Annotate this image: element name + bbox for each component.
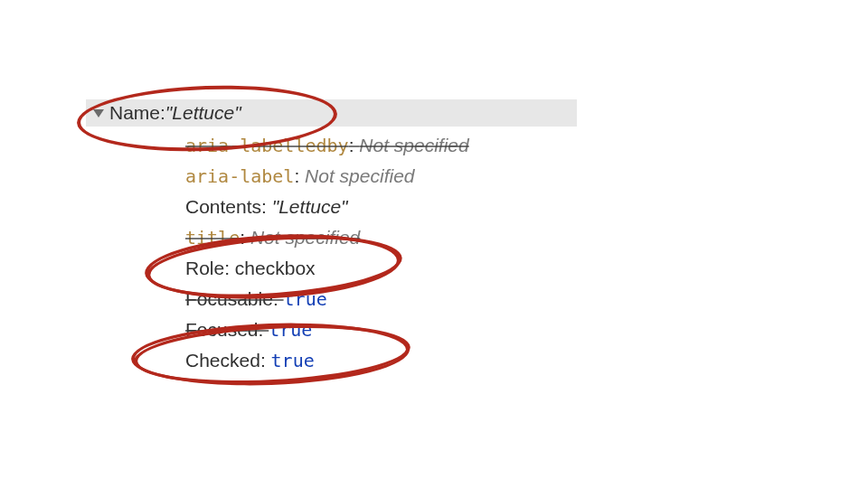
role-value: checkbox xyxy=(235,258,316,278)
aria-label-key: aria-label xyxy=(185,165,294,187)
focused-row: Focused: true xyxy=(185,314,665,345)
role-row: Role: checkbox xyxy=(185,253,665,284)
title-value: Not specified xyxy=(250,227,360,248)
checked-value: true xyxy=(271,350,315,371)
aria-labelledby-row: aria-labelledby: Not specified xyxy=(185,130,665,161)
disclosure-triangle-icon[interactable] xyxy=(93,109,104,117)
checked-key: Checked: xyxy=(185,350,271,371)
aria-label-row: aria-label: Not specified xyxy=(185,161,665,192)
aria-labelledby-key: aria-labelledby xyxy=(185,135,349,156)
name-header-row[interactable]: Name: "Lettuce" xyxy=(86,99,577,127)
title-row: title: Not specified xyxy=(185,222,665,253)
focusable-value: true xyxy=(284,288,327,310)
name-source-details: aria-labelledby: Not specified aria-labe… xyxy=(185,130,665,253)
aria-labelledby-value: Not specified xyxy=(359,135,468,155)
title-key: title xyxy=(185,227,240,249)
contents-value: "Lettuce" xyxy=(272,196,348,217)
role-key: Role: xyxy=(185,258,235,278)
aria-label-value: Not specified xyxy=(305,165,414,186)
focusable-key: Focusable: xyxy=(185,288,284,309)
focused-value: true xyxy=(269,319,312,341)
name-value: "Lettuce" xyxy=(165,102,241,124)
focusable-row: Focusable: true xyxy=(185,284,665,314)
contents-row: Contents: "Lettuce" xyxy=(185,192,665,222)
focused-key: Focused: xyxy=(185,319,269,340)
state-block: Role: checkbox Focusable: true Focused: … xyxy=(185,253,665,376)
checked-row: Checked: true xyxy=(185,345,665,376)
contents-key: Contents: xyxy=(185,196,272,217)
name-label: Name: xyxy=(109,102,165,124)
accessibility-panel: Name: "Lettuce" aria-labelledby: Not spe… xyxy=(86,99,665,376)
